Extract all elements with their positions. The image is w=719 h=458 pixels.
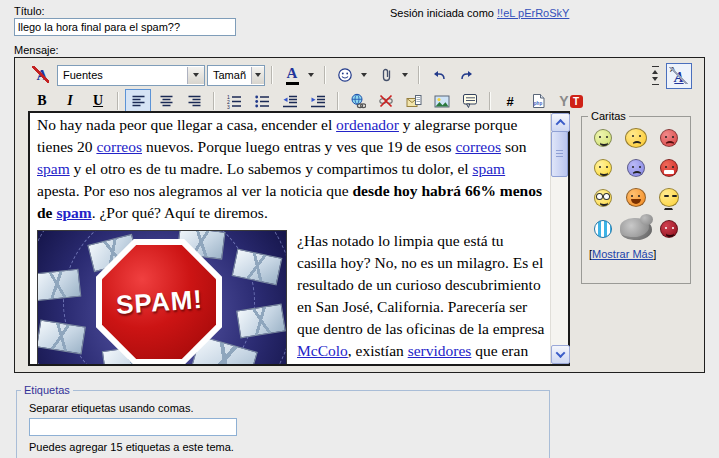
size-select-arrow[interactable] [251, 67, 264, 84]
toolbar-row-1: A Fuentes Tamañ A [15, 58, 704, 89]
message-editor-box: A Fuentes Tamañ A [14, 57, 705, 373]
insert-image-button[interactable] [429, 89, 455, 113]
scroll-up-button[interactable] [551, 113, 570, 132]
svg-text:3: 3 [227, 104, 230, 109]
email-icon [406, 94, 422, 109]
session-user-link[interactable]: !!eL pErRoSkY [497, 7, 569, 19]
insert-quote-button[interactable] [457, 89, 483, 113]
editor-text: . ¿Por qué? Aquí te diremos. [92, 204, 268, 221]
indent-icon [310, 94, 326, 109]
mostrar-mas-link[interactable]: Mostrar Más [592, 248, 653, 260]
italic-button[interactable]: I [57, 89, 83, 113]
chevron-down-icon [556, 348, 566, 358]
editor-link[interactable]: correos [455, 138, 501, 155]
php-file-icon: php [531, 93, 546, 109]
spam-stop-sign-image[interactable]: SPAM! [37, 230, 287, 364]
text-color-button[interactable]: A [279, 63, 305, 87]
collapse-down-icon [652, 77, 658, 81]
etiquetas-note: Puedes agregar 15 etiquetas a este tema. [29, 441, 549, 453]
align-center-button[interactable] [153, 89, 179, 113]
insert-email-button[interactable] [401, 89, 427, 113]
quote-bubble-icon [462, 93, 478, 109]
remove-link-button[interactable] [373, 89, 399, 113]
emoticon-beach-ball[interactable] [594, 220, 612, 238]
titulo-label: Título: [14, 5, 45, 17]
align-right-icon [187, 94, 202, 108]
emoticon-smiley-yellow[interactable] [594, 159, 612, 177]
youtube-icon: Y T [559, 93, 582, 109]
emoticon-rocks[interactable] [620, 218, 652, 240]
etiquetas-input[interactable] [29, 418, 237, 436]
editor-vertical-scrollbar[interactable] [550, 113, 568, 364]
etiquetas-panel: Etiquetas Separar etiquetas usando comas… [16, 384, 550, 458]
emoticon-glasses-smiley[interactable] [594, 189, 612, 207]
text-color-dropdown-arrow[interactable] [308, 73, 314, 77]
editor-link[interactable]: spam [56, 204, 91, 221]
php-code-button[interactable]: php [525, 89, 551, 113]
emoticon-angry-red[interactable] [660, 129, 678, 147]
caritas-panel: Caritas [Mostrar Más] [581, 110, 691, 284]
size-select-value: Tamañ [208, 69, 251, 81]
emoticon-rolleyes-yellow[interactable] [659, 188, 679, 207]
emoticon-grr-red[interactable] [660, 159, 678, 177]
font-select[interactable]: Fuentes [57, 65, 205, 86]
emoticon-laugh-orange[interactable] [626, 188, 646, 207]
undo-button[interactable] [426, 63, 452, 87]
remove-format-button[interactable]: A [29, 63, 55, 87]
editor-link[interactable]: McColo [297, 342, 348, 359]
message-body-editor[interactable]: No hay nada peor que llegar a casa, ence… [28, 111, 570, 366]
font-select-arrow[interactable] [187, 67, 204, 84]
underline-button[interactable]: U [85, 89, 111, 113]
scroll-down-button[interactable] [551, 345, 570, 364]
outdent-button[interactable] [277, 89, 303, 113]
emoticon-sad-yellow[interactable] [625, 128, 647, 148]
session-prefix: Sesión iniciada como [390, 7, 494, 19]
scrollbar-thumb[interactable] [551, 131, 568, 177]
size-select[interactable]: Tamañ [207, 65, 265, 86]
editor-content[interactable]: No hay nada peor que llegar a casa, ence… [30, 113, 551, 364]
caritas-legend: Caritas [588, 110, 629, 122]
globe-link-icon [350, 93, 366, 109]
broken-link-icon [378, 93, 394, 109]
editor-text: y el otro es de tu madre. Lo sabemos y c… [70, 160, 473, 177]
titulo-input[interactable] [14, 18, 236, 36]
editor-paragraph: No hay nada peor que llegar a casa, ence… [37, 114, 545, 224]
align-center-icon [159, 94, 174, 108]
envelope-graphic [37, 269, 81, 302]
smiley-icon [337, 67, 353, 83]
chevron-down-icon [255, 73, 261, 77]
insert-link-button[interactable] [345, 89, 371, 113]
redo-button[interactable] [454, 63, 480, 87]
numbered-list-button[interactable]: 1 2 3 [221, 89, 247, 113]
emoticon-smiley-green[interactable] [594, 129, 612, 147]
align-right-button[interactable] [181, 89, 207, 113]
show-more-row: [Mostrar Más] [582, 244, 690, 260]
mensaje-label: Mensaje: [14, 44, 59, 56]
bullet-list-icon [254, 94, 270, 109]
redo-icon [459, 68, 475, 82]
chevron-down-icon [193, 73, 199, 77]
editor-text: ¿Has notado lo limpia que está tu casill… [297, 232, 544, 337]
attach-button[interactable] [373, 63, 399, 87]
bullet-list-button[interactable] [249, 89, 275, 113]
collapse-up-icon [652, 70, 658, 74]
bold-button[interactable]: B [29, 89, 55, 113]
indent-button[interactable] [305, 89, 331, 113]
emoticon-button[interactable] [332, 63, 358, 87]
editor-link[interactable]: spam [472, 160, 505, 177]
rich-text-mode-button[interactable]: A A [666, 63, 692, 89]
editor-link[interactable]: spam [37, 160, 70, 177]
emoticon-dropdown-arrow[interactable] [361, 73, 367, 77]
emoticon-devil[interactable] [660, 220, 678, 238]
editor-link[interactable]: correos [96, 138, 142, 155]
numbered-list-icon: 1 2 3 [226, 94, 242, 109]
editor-text: , existían [348, 342, 408, 359]
attach-dropdown-arrow[interactable] [402, 73, 408, 77]
emoticon-sad-purple[interactable] [627, 159, 645, 177]
editor-link[interactable]: servidores [408, 342, 472, 359]
editor-link[interactable]: ordenador [336, 116, 399, 133]
align-left-button[interactable] [125, 89, 151, 113]
hash-button[interactable]: # [497, 89, 523, 113]
etiquetas-hint: Separar etiquetas usando comas. [29, 402, 549, 414]
toolbar-collapse-control[interactable] [650, 66, 660, 85]
